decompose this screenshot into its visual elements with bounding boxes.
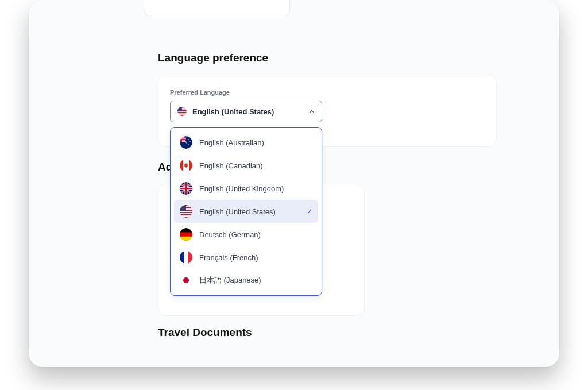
chevron-up-icon	[309, 109, 315, 114]
language-option-jp[interactable]: 日本語 (Japanese)	[174, 269, 318, 292]
option-label: Deutsch (German)	[199, 230, 312, 239]
svg-rect-24	[180, 232, 192, 236]
svg-rect-27	[180, 251, 184, 264]
svg-rect-25	[180, 237, 192, 241]
svg-point-11	[186, 142, 187, 144]
svg-rect-22	[180, 205, 186, 211]
fr-flag-icon	[180, 251, 192, 264]
svg-rect-14	[189, 159, 192, 172]
main-panel: Language preference Preferred Language	[29, 0, 559, 367]
option-label: English (Australian)	[199, 138, 312, 147]
svg-rect-20	[180, 213, 192, 214]
language-option-fr[interactable]: Français (French)	[174, 246, 318, 269]
option-label: Français (French)	[199, 253, 312, 262]
language-option-us[interactable]: English (United States) ✓	[174, 200, 318, 223]
language-option-ca[interactable]: English (Canadian)	[174, 154, 318, 177]
language-option-au[interactable]: English (Australian)	[174, 131, 318, 154]
jp-flag-icon	[180, 274, 192, 287]
language-option-de[interactable]: Deutsch (German)	[174, 223, 318, 246]
option-label: English (United Kingdom)	[199, 184, 312, 193]
svg-rect-28	[188, 251, 192, 264]
ca-flag-icon	[180, 159, 192, 172]
svg-point-10	[188, 144, 189, 145]
gb-flag-icon	[180, 182, 192, 195]
svg-point-8	[188, 139, 189, 140]
au-flag-icon	[180, 136, 192, 149]
language-select: English (United States)	[170, 101, 322, 122]
svg-rect-4	[177, 113, 187, 113]
language-dropdown: English (Australian) English (Canadian)	[170, 127, 322, 296]
language-preference-section: Language preference Preferred Language	[158, 52, 497, 147]
option-label: 日本語 (Japanese)	[199, 275, 312, 285]
svg-point-30	[183, 277, 189, 283]
svg-rect-6	[177, 107, 182, 111]
us-flag-icon	[177, 107, 187, 116]
us-flag-icon	[180, 205, 192, 218]
svg-rect-13	[180, 159, 183, 172]
travel-documents-section: Travel Documents	[158, 326, 497, 349]
language-option-gb[interactable]: English (United Kingdom)	[174, 177, 318, 200]
language-card: Preferred Language En	[158, 75, 497, 147]
svg-point-9	[189, 141, 191, 142]
check-icon: ✓	[307, 207, 312, 215]
svg-rect-5	[177, 114, 187, 115]
language-select-button[interactable]: English (United States)	[170, 101, 322, 122]
language-preference-heading: Language preference	[158, 52, 497, 64]
svg-rect-21	[180, 215, 192, 217]
truncated-card-top	[144, 0, 290, 16]
option-label: English (United States)	[199, 207, 300, 216]
language-select-value: English (United States)	[192, 107, 303, 116]
travel-documents-heading: Travel Documents	[158, 326, 497, 339]
preferred-language-label: Preferred Language	[170, 89, 485, 96]
option-label: English (Canadian)	[199, 161, 312, 170]
de-flag-icon	[180, 228, 192, 241]
